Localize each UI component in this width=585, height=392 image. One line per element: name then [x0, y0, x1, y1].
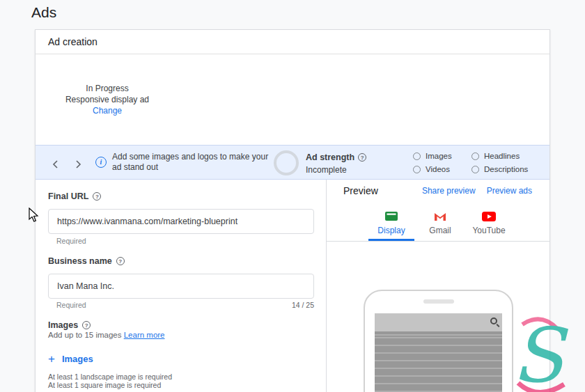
card-body: Final URL ? Required Business name ? Req… [36, 180, 549, 392]
final-url-hint: Required [56, 237, 86, 245]
help-icon[interactable]: ? [82, 321, 91, 329]
ad-wireframe [375, 313, 502, 392]
banner-message: Add some images and logos to make your a… [112, 152, 274, 173]
add-images-button-label: Images [62, 354, 93, 364]
empty-circle-icon [413, 166, 421, 173]
learn-more-link[interactable]: Learn more [124, 331, 165, 339]
ad-strength-gauge [274, 150, 299, 175]
ad-type-label: Responsive display ad [48, 94, 166, 105]
final-url-label-text: Final URL [48, 191, 88, 201]
preview-header: Preview Share preview Preview ads [343, 185, 532, 196]
share-preview-link[interactable]: Share preview [422, 186, 476, 196]
business-name-input[interactable] [48, 274, 314, 299]
final-url-input[interactable] [48, 209, 314, 234]
card-header-title: Ad creation [36, 30, 549, 54]
ad-strength-label: Ad strength ? [306, 152, 366, 162]
final-url-label: Final URL ? [48, 191, 101, 201]
tab-gmail-label: Gmail [417, 226, 463, 235]
empty-circle-icon [471, 152, 479, 160]
tabs-divider [327, 241, 549, 242]
preview-panel: Preview Share preview Preview ads Displa… [326, 180, 549, 392]
wireframe-content [375, 331, 502, 392]
landscape-requirement: At least 1 landscape image is required [48, 373, 172, 381]
youtube-icon [466, 210, 512, 222]
ad-progress-block: In Progress Responsive display ad Change [48, 83, 166, 116]
ad-creation-card: Ad creation In Progress Responsive displ… [35, 29, 550, 392]
business-name-label: Business name ? [48, 256, 125, 266]
chevron-left-icon[interactable] [52, 159, 58, 171]
images-label-text: Images [48, 320, 78, 330]
check-images: Images [413, 152, 471, 160]
page-title: Ads [31, 4, 56, 21]
wireframe-header [375, 313, 502, 331]
business-name-label-text: Business name [48, 256, 112, 266]
tab-youtube[interactable]: YouTube [466, 210, 512, 241]
display-icon [368, 210, 414, 222]
check-videos: Videos [413, 165, 471, 173]
empty-circle-icon [471, 166, 479, 173]
business-name-hint-row: Required 14 / 25 [48, 301, 314, 309]
gmail-icon [417, 210, 463, 222]
tab-display-label: Display [368, 226, 414, 235]
check-label: Descriptions [484, 165, 528, 173]
help-icon[interactable]: ? [358, 153, 366, 162]
help-icon[interactable]: ? [116, 257, 125, 265]
progress-status: In Progress [48, 83, 166, 94]
preview-tabs: Display Gmail YouTube [368, 210, 512, 241]
business-name-hint: Required [48, 301, 86, 309]
images-subtext-text: Add up to 15 images [48, 331, 122, 339]
ad-strength-banner: i Add some images and logos to make your… [36, 145, 549, 180]
phone-speaker [423, 299, 454, 304]
check-label: Images [426, 152, 452, 160]
chevron-right-icon[interactable] [76, 159, 81, 171]
ad-strength-label-text: Ad strength [306, 152, 354, 162]
ad-strength-value: Incomplete [306, 165, 347, 175]
tab-gmail[interactable]: Gmail [417, 210, 463, 241]
search-icon [490, 317, 497, 324]
phone-mockup [364, 290, 513, 392]
images-section-label: Images ? [48, 320, 91, 330]
images-subtext: Add up to 15 images Learn more [48, 331, 165, 339]
preview-title: Preview [343, 185, 378, 196]
ad-form-panel: Final URL ? Required Business name ? Req… [36, 180, 326, 392]
change-link[interactable]: Change [48, 105, 166, 116]
help-icon[interactable]: ? [93, 192, 101, 201]
plus-icon: + [48, 354, 55, 364]
tab-display[interactable]: Display [368, 210, 414, 241]
empty-circle-icon [413, 152, 421, 160]
info-icon: i [95, 157, 107, 168]
screen: Ads Ad creation In Progress Responsive d… [0, 0, 585, 392]
preview-ads-link[interactable]: Preview ads [487, 186, 532, 196]
check-label: Headlines [484, 152, 520, 160]
char-counter: 14 / 25 [292, 301, 314, 309]
ad-strength-checks: Images Headlines Videos Descriptions [413, 152, 528, 173]
tab-youtube-label: YouTube [466, 226, 512, 235]
add-images-button[interactable]: + Images [48, 354, 93, 364]
check-headlines: Headlines [471, 152, 528, 160]
square-requirement: At least 1 square image is required [48, 381, 161, 389]
check-descriptions: Descriptions [471, 165, 528, 173]
check-label: Videos [426, 165, 450, 173]
